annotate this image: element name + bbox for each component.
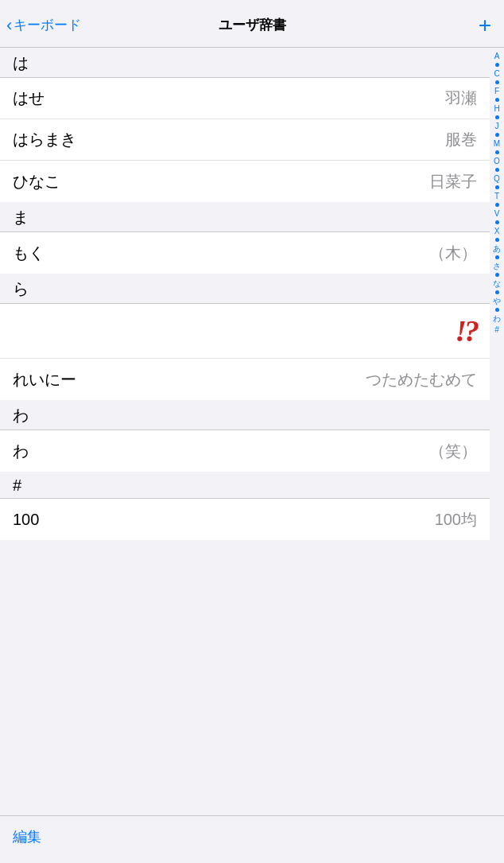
- row-key: ひなこ: [13, 171, 60, 192]
- row-key: わ: [13, 441, 29, 462]
- section-header-ra: ら: [0, 274, 490, 304]
- index-item-Q[interactable]: Q: [494, 173, 500, 184]
- chevron-left-icon: ‹: [6, 17, 12, 34]
- index-item-M[interactable]: M: [494, 138, 500, 149]
- section-header-hash: #: [0, 472, 490, 499]
- index-dot: [495, 63, 499, 67]
- page-title: ユーザ辞書: [219, 16, 286, 34]
- row-value: つためたむめて: [366, 369, 477, 391]
- row-value-special: !?: [455, 313, 477, 348]
- section-ha-rows: はせ 羽瀬 はらまき 服巻 ひなこ 日菜子: [0, 78, 490, 202]
- section-header-ma: ま: [0, 202, 490, 232]
- index-dot: [495, 255, 499, 259]
- row-key: 100: [13, 511, 39, 529]
- index-dot: [495, 308, 499, 312]
- index-item-F[interactable]: F: [494, 86, 499, 96]
- list-item[interactable]: わ （笑）: [0, 430, 490, 472]
- back-label: キーボード: [14, 16, 81, 34]
- index-dot: [495, 80, 499, 84]
- add-button[interactable]: +: [479, 14, 491, 37]
- index-item-na[interactable]: な: [493, 278, 501, 289]
- edit-button[interactable]: 編集: [13, 827, 41, 846]
- index-dot: [495, 133, 499, 137]
- row-key: れいにー: [13, 369, 76, 391]
- section-hash-rows: 100 100均: [0, 499, 490, 540]
- row-value: 服巻: [445, 129, 477, 150]
- index-item-O[interactable]: O: [494, 156, 500, 166]
- index-dot: [495, 220, 499, 224]
- index-item-hash[interactable]: #: [494, 325, 499, 335]
- index-item-a[interactable]: あ: [493, 243, 501, 254]
- section-ma-rows: もく （木）: [0, 232, 490, 274]
- row-key: はせ: [13, 87, 45, 109]
- index-item-wa[interactable]: わ: [493, 313, 501, 324]
- list-item[interactable]: はらまき 服巻: [0, 119, 490, 161]
- index-item-H[interactable]: H: [494, 103, 499, 114]
- index-dot: [495, 150, 499, 154]
- row-value: 100均: [435, 509, 477, 531]
- list-item[interactable]: もく （木）: [0, 232, 490, 274]
- list-item[interactable]: れいにー つためたむめて: [0, 359, 490, 400]
- index-item-X[interactable]: X: [494, 226, 500, 236]
- index-item-A[interactable]: A: [494, 51, 500, 61]
- index-dot: [495, 290, 499, 294]
- list-item[interactable]: はせ 羽瀬: [0, 78, 490, 119]
- index-dot: [495, 115, 499, 119]
- index-item-ya[interactable]: や: [493, 296, 501, 306]
- index-dot: [495, 98, 499, 102]
- index-dot: [495, 168, 499, 172]
- list-item[interactable]: !?: [0, 304, 490, 359]
- back-button[interactable]: ‹ キーボード: [6, 16, 81, 34]
- list-item[interactable]: ひなこ 日菜子: [0, 161, 490, 202]
- bottom-toolbar: 編集: [0, 815, 504, 863]
- row-value: 羽瀬: [445, 87, 477, 109]
- index-item-sa[interactable]: さ: [493, 261, 501, 271]
- navigation-bar: ‹ キーボード ユーザ辞書 +: [0, 0, 504, 48]
- index-dot: [495, 273, 499, 277]
- index-dot: [495, 238, 499, 242]
- section-wa-rows: わ （笑）: [0, 430, 490, 472]
- index-dot: [495, 203, 499, 207]
- index-item-J[interactable]: J: [495, 121, 499, 131]
- section-header-ha: は: [0, 48, 490, 78]
- row-value: 日菜子: [429, 171, 477, 192]
- index-sidebar: A C F H J M O Q T V X あ さ な や わ #: [490, 48, 504, 335]
- row-key: はらまき: [13, 129, 76, 150]
- index-item-V[interactable]: V: [494, 208, 500, 219]
- list-item[interactable]: 100 100均: [0, 499, 490, 540]
- index-dot: [495, 185, 499, 189]
- index-item-C[interactable]: C: [494, 68, 499, 79]
- index-item-T[interactable]: T: [494, 191, 499, 201]
- row-value: （木）: [429, 243, 477, 264]
- section-header-wa: わ: [0, 400, 490, 430]
- dictionary-list: は はせ 羽瀬 はらまき 服巻 ひなこ 日菜子 ま もく （木） ら !? れい…: [0, 48, 504, 588]
- row-key: もく: [13, 243, 45, 264]
- section-ra-rows: !? れいにー つためたむめて: [0, 304, 490, 400]
- row-value: （笑）: [429, 441, 477, 462]
